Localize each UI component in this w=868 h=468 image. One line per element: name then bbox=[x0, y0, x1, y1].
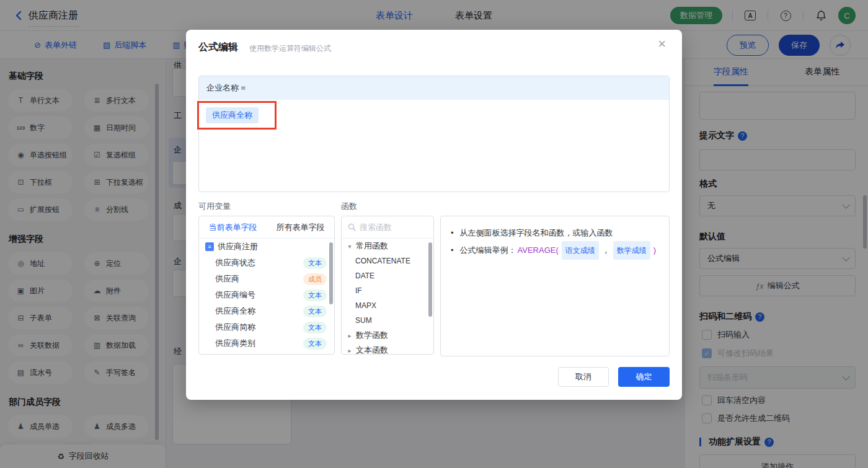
chevron-right-icon: ▸ bbox=[347, 347, 353, 354]
tip-line-1: • 从左侧面板选择字段名和函数，或输入函数 bbox=[451, 225, 659, 241]
modal-subtitle: 使用数学运算符编辑公式 bbox=[249, 43, 331, 54]
function-search[interactable] bbox=[342, 216, 433, 239]
variable-item[interactable]: 供应商编号 文本 bbox=[199, 287, 334, 303]
type-badge: 文本 bbox=[303, 257, 327, 269]
tips-panel: • 从左侧面板选择字段名和函数，或输入函数 • 公式编辑举例： AVERAGE(… bbox=[440, 216, 670, 356]
modal-title: 公式编辑 bbox=[198, 41, 238, 54]
formula-editor-modal: 公式编辑 使用数学运算符编辑公式 × 企业名称 = 供应商全称 可用变量 函数 … bbox=[186, 30, 682, 400]
formula-field-chip[interactable]: 供应商全称 bbox=[206, 107, 259, 123]
variable-item[interactable]: 供应商全称 文本 bbox=[199, 303, 334, 319]
tip-line-2: • 公式编辑举例： AVERAGE( 语文成绩 ， 数学成绩 ) bbox=[451, 241, 659, 260]
type-badge: 文本 bbox=[303, 338, 327, 350]
variables-label: 可用变量 bbox=[198, 201, 231, 212]
function-item[interactable]: DATE bbox=[342, 268, 433, 283]
search-icon bbox=[348, 223, 356, 231]
tab-current-form-fields[interactable]: 当前表单字段 bbox=[199, 222, 267, 233]
example-field-chip: 数学成绩 bbox=[613, 241, 650, 260]
function-group-text[interactable]: ▸ 文本函数 bbox=[342, 343, 433, 355]
type-badge: 文本 bbox=[303, 306, 327, 317]
type-badge: 文本 bbox=[303, 322, 327, 333]
cancel-button[interactable]: 取消 bbox=[558, 367, 609, 387]
functions-label: 函数 bbox=[341, 201, 357, 212]
function-group-common[interactable]: ▾ 常用函数 bbox=[342, 239, 433, 254]
chevron-right-icon: ▸ bbox=[347, 332, 353, 339]
variables-tree-root[interactable]: ≡ 供应商注册 bbox=[199, 239, 334, 255]
variable-item[interactable]: 供应商状态 文本 bbox=[199, 255, 334, 271]
function-item[interactable]: SUM bbox=[342, 313, 433, 328]
function-item[interactable]: MAPX bbox=[342, 298, 433, 313]
close-icon[interactable]: × bbox=[658, 37, 666, 51]
form-doc-icon: ≡ bbox=[205, 242, 214, 251]
function-item[interactable]: CONCATENATE bbox=[342, 254, 433, 268]
variable-item[interactable]: 供应商简称 文本 bbox=[199, 319, 334, 335]
tab-all-form-fields[interactable]: 所有表单字段 bbox=[267, 222, 334, 233]
type-badge: 成员 bbox=[303, 273, 327, 285]
chevron-down-icon: ▾ bbox=[347, 243, 353, 250]
app-window: 供应商注册 表单设计 表单设置 数据管理 A ? C bbox=[0, 0, 868, 468]
variable-item[interactable]: 供应商 成员 bbox=[199, 271, 334, 287]
function-item[interactable]: IF bbox=[342, 283, 433, 298]
variables-scrollbar[interactable] bbox=[329, 242, 333, 304]
functions-panel: ▾ 常用函数 CONCATENATE DATE IF MAPX SUM ▸ 数学… bbox=[341, 216, 434, 355]
variables-tabs: 当前表单字段 所有表单字段 bbox=[199, 216, 334, 239]
function-group-math[interactable]: ▸ 数学函数 bbox=[342, 328, 433, 343]
confirm-button[interactable]: 确定 bbox=[618, 367, 670, 387]
example-function-open: AVERAGE( bbox=[518, 242, 559, 258]
formula-target: 企业名称 = bbox=[199, 76, 669, 100]
formula-editor-area[interactable]: 企业名称 = 供应商全称 bbox=[198, 76, 670, 192]
function-search-input[interactable] bbox=[360, 223, 422, 232]
example-function-close: ) bbox=[653, 242, 656, 258]
variables-panel: 当前表单字段 所有表单字段 ≡ 供应商注册 供应商状态 文本 供应商 成员 供应… bbox=[198, 216, 335, 355]
functions-scrollbar[interactable] bbox=[428, 242, 432, 317]
variable-item[interactable]: 供应商类别 文本 bbox=[199, 335, 334, 351]
type-badge: 文本 bbox=[303, 289, 327, 301]
example-field-chip: 语文成绩 bbox=[562, 241, 599, 260]
